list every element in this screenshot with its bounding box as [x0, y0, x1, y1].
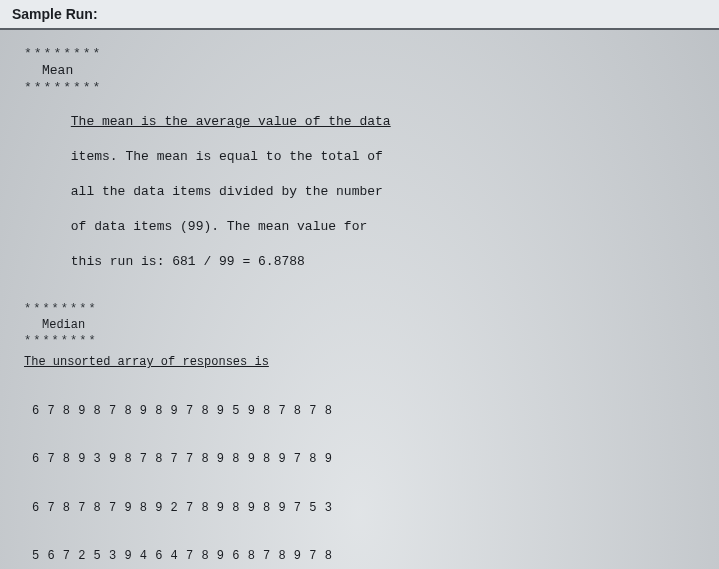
unsorted-row-3: 5 6 7 2 5 3 9 4 6 4 7 8 9 6 8 7 8 9 7 8 [32, 548, 695, 564]
mean-paragraph: The mean is the average value of the dat… [24, 95, 695, 288]
unsorted-row-1: 6 7 8 9 3 9 8 7 8 7 7 8 9 8 9 8 9 7 8 9 [32, 451, 695, 467]
unsorted-row-2: 6 7 8 7 8 7 9 8 9 2 7 8 9 8 9 8 9 7 5 3 [32, 500, 695, 516]
mean-line-4: this run is: 681 / 99 = 6.8788 [71, 254, 305, 269]
unsorted-rows: 6 7 8 9 8 7 8 9 8 9 7 8 9 5 9 8 7 8 7 8 … [24, 370, 695, 569]
mean-section: ******** Mean ******** The mean is the a… [24, 46, 695, 288]
mean-line-1: items. The mean is equal to the total of [71, 149, 383, 164]
separator-bottom-2: ******** [24, 334, 695, 348]
content-area: ******** Mean ******** The mean is the a… [0, 30, 719, 569]
unsorted-label: The unsorted array of responses is [24, 354, 695, 370]
page-title: Sample Run: [0, 0, 719, 30]
separator-top: ******** [24, 46, 695, 62]
mean-line-0: The mean is the average value of the dat… [71, 114, 391, 129]
mean-line-3: of data items (99). The mean value for [71, 219, 367, 234]
unsorted-row-0: 6 7 8 9 8 7 8 9 8 9 7 8 9 5 9 8 7 8 7 8 [32, 403, 695, 419]
separator-top-2: ******** [24, 302, 695, 316]
median-section: ******** Median ******** The unsorted ar… [24, 302, 695, 569]
separator-bottom: ******** [24, 80, 695, 96]
mean-title: Mean [24, 62, 695, 80]
mean-line-2: all the data items divided by the number [71, 184, 383, 199]
header-title-text: Sample Run: [12, 6, 98, 22]
median-title: Median [24, 317, 695, 334]
